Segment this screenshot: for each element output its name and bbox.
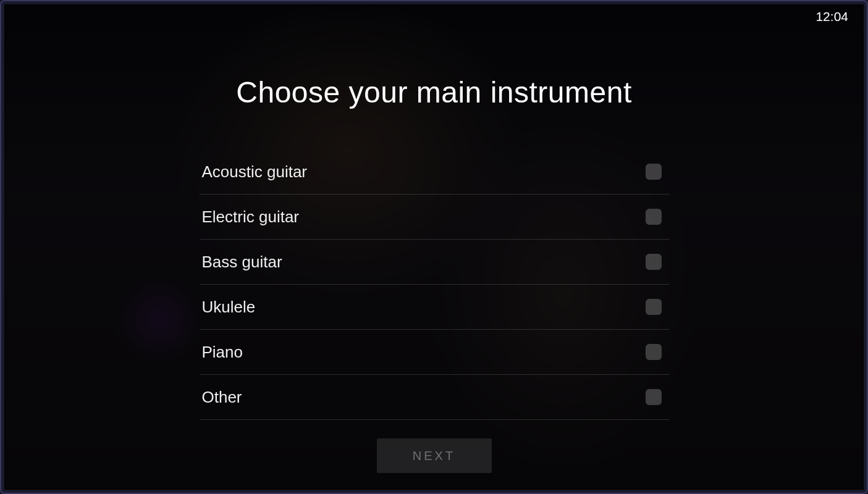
next-button[interactable]: NEXT — [377, 438, 492, 473]
option-other[interactable]: Other — [200, 375, 669, 420]
option-acoustic-guitar[interactable]: Acoustic guitar — [200, 149, 669, 195]
checkbox-icon[interactable] — [646, 164, 662, 180]
checkbox-icon[interactable] — [646, 254, 662, 270]
checkbox-icon[interactable] — [646, 209, 662, 225]
option-piano[interactable]: Piano — [200, 330, 669, 375]
status-bar: 12:04 — [4, 4, 864, 29]
option-ukulele[interactable]: Ukulele — [200, 285, 669, 330]
option-label: Bass guitar — [202, 253, 282, 272]
option-label: Electric guitar — [202, 207, 300, 227]
option-label: Other — [202, 388, 242, 407]
page-title: Choose your main instrument — [236, 75, 631, 109]
option-electric-guitar[interactable]: Electric guitar — [200, 195, 669, 240]
checkbox-icon[interactable] — [646, 299, 662, 315]
checkbox-icon[interactable] — [646, 389, 662, 405]
content-area: Choose your main instrument Acoustic gui… — [4, 4, 864, 490]
instrument-options-list: Acoustic guitar Electric guitar Bass gui… — [200, 149, 669, 420]
option-label: Piano — [202, 343, 243, 362]
checkbox-icon[interactable] — [646, 344, 662, 360]
option-label: Acoustic guitar — [202, 162, 308, 182]
clock: 12:04 — [815, 9, 848, 24]
option-bass-guitar[interactable]: Bass guitar — [200, 240, 669, 285]
option-label: Ukulele — [202, 298, 256, 317]
app-screen: 12:04 Choose your main instrument Acoust… — [4, 4, 864, 490]
